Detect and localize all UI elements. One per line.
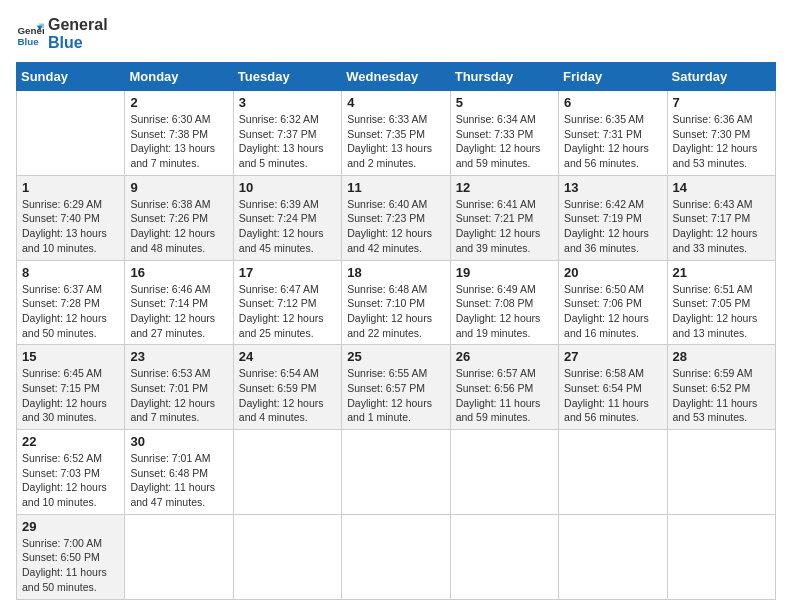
calendar-cell: 7Sunrise: 6:36 AMSunset: 7:30 PMDaylight… [667,91,775,176]
calendar-cell: 2Sunrise: 6:30 AMSunset: 7:38 PMDaylight… [125,91,233,176]
day-number: 17 [239,265,336,280]
calendar-cell: 25Sunrise: 6:55 AMSunset: 6:57 PMDayligh… [342,345,450,430]
calendar-cell [559,430,667,515]
calendar-cell [450,514,558,599]
calendar-cell: 13Sunrise: 6:42 AMSunset: 7:19 PMDayligh… [559,175,667,260]
day-info: Sunrise: 6:52 AMSunset: 7:03 PMDaylight:… [22,451,119,510]
day-info: Sunrise: 6:47 AMSunset: 7:12 PMDaylight:… [239,282,336,341]
day-number: 23 [130,349,227,364]
calendar-cell: 12Sunrise: 6:41 AMSunset: 7:21 PMDayligh… [450,175,558,260]
calendar-cell: 17Sunrise: 6:47 AMSunset: 7:12 PMDayligh… [233,260,341,345]
calendar-cell: 1Sunrise: 6:29 AMSunset: 7:40 PMDaylight… [17,175,125,260]
calendar-cell: 4Sunrise: 6:33 AMSunset: 7:35 PMDaylight… [342,91,450,176]
calendar-cell [559,514,667,599]
day-info: Sunrise: 6:33 AMSunset: 7:35 PMDaylight:… [347,112,444,171]
calendar-cell: 11Sunrise: 6:40 AMSunset: 7:23 PMDayligh… [342,175,450,260]
calendar-cell [233,514,341,599]
calendar-week-row: 15Sunrise: 6:45 AMSunset: 7:15 PMDayligh… [17,345,776,430]
day-info: Sunrise: 6:32 AMSunset: 7:37 PMDaylight:… [239,112,336,171]
page-header: General Blue General Blue [16,16,776,52]
day-info: Sunrise: 6:34 AMSunset: 7:33 PMDaylight:… [456,112,553,171]
day-number: 21 [673,265,770,280]
calendar-cell: 5Sunrise: 6:34 AMSunset: 7:33 PMDaylight… [450,91,558,176]
calendar-cell [450,430,558,515]
day-number: 15 [22,349,119,364]
calendar-header-row: SundayMondayTuesdayWednesdayThursdayFrid… [17,63,776,91]
calendar-cell [342,514,450,599]
day-info: Sunrise: 6:46 AMSunset: 7:14 PMDaylight:… [130,282,227,341]
day-number: 16 [130,265,227,280]
calendar-cell: 6Sunrise: 6:35 AMSunset: 7:31 PMDaylight… [559,91,667,176]
calendar-cell: 15Sunrise: 6:45 AMSunset: 7:15 PMDayligh… [17,345,125,430]
day-info: Sunrise: 6:49 AMSunset: 7:08 PMDaylight:… [456,282,553,341]
day-info: Sunrise: 6:48 AMSunset: 7:10 PMDaylight:… [347,282,444,341]
day-info: Sunrise: 6:43 AMSunset: 7:17 PMDaylight:… [673,197,770,256]
day-number: 19 [456,265,553,280]
day-number: 22 [22,434,119,449]
day-number: 26 [456,349,553,364]
day-number: 20 [564,265,661,280]
day-number: 2 [130,95,227,110]
logo-text-general: General [48,16,108,34]
day-info: Sunrise: 6:39 AMSunset: 7:24 PMDaylight:… [239,197,336,256]
day-info: Sunrise: 6:45 AMSunset: 7:15 PMDaylight:… [22,366,119,425]
calendar-cell: 24Sunrise: 6:54 AMSunset: 6:59 PMDayligh… [233,345,341,430]
calendar-cell: 14Sunrise: 6:43 AMSunset: 7:17 PMDayligh… [667,175,775,260]
day-number: 28 [673,349,770,364]
calendar-cell: 19Sunrise: 6:49 AMSunset: 7:08 PMDayligh… [450,260,558,345]
day-info: Sunrise: 6:37 AMSunset: 7:28 PMDaylight:… [22,282,119,341]
logo-icon: General Blue [16,20,44,48]
day-info: Sunrise: 6:40 AMSunset: 7:23 PMDaylight:… [347,197,444,256]
calendar-week-row: 2Sunrise: 6:30 AMSunset: 7:38 PMDaylight… [17,91,776,176]
calendar-cell [125,514,233,599]
day-number: 1 [22,180,119,195]
day-info: Sunrise: 6:42 AMSunset: 7:19 PMDaylight:… [564,197,661,256]
day-number: 6 [564,95,661,110]
day-number: 29 [22,519,119,534]
calendar-cell [667,430,775,515]
calendar-cell: 23Sunrise: 6:53 AMSunset: 7:01 PMDayligh… [125,345,233,430]
calendar-cell [342,430,450,515]
day-info: Sunrise: 7:01 AMSunset: 6:48 PMDaylight:… [130,451,227,510]
day-number: 18 [347,265,444,280]
day-info: Sunrise: 6:58 AMSunset: 6:54 PMDaylight:… [564,366,661,425]
calendar-cell: 28Sunrise: 6:59 AMSunset: 6:52 PMDayligh… [667,345,775,430]
day-info: Sunrise: 6:53 AMSunset: 7:01 PMDaylight:… [130,366,227,425]
day-info: Sunrise: 6:55 AMSunset: 6:57 PMDaylight:… [347,366,444,425]
calendar-cell: 8Sunrise: 6:37 AMSunset: 7:28 PMDaylight… [17,260,125,345]
day-number: 27 [564,349,661,364]
calendar-cell: 10Sunrise: 6:39 AMSunset: 7:24 PMDayligh… [233,175,341,260]
day-number: 10 [239,180,336,195]
header-wednesday: Wednesday [342,63,450,91]
day-info: Sunrise: 6:41 AMSunset: 7:21 PMDaylight:… [456,197,553,256]
day-number: 12 [456,180,553,195]
day-info: Sunrise: 6:38 AMSunset: 7:26 PMDaylight:… [130,197,227,256]
day-info: Sunrise: 6:35 AMSunset: 7:31 PMDaylight:… [564,112,661,171]
calendar-cell: 3Sunrise: 6:32 AMSunset: 7:37 PMDaylight… [233,91,341,176]
day-info: Sunrise: 6:29 AMSunset: 7:40 PMDaylight:… [22,197,119,256]
calendar-cell: 9Sunrise: 6:38 AMSunset: 7:26 PMDaylight… [125,175,233,260]
day-number: 13 [564,180,661,195]
day-info: Sunrise: 7:00 AMSunset: 6:50 PMDaylight:… [22,536,119,595]
day-info: Sunrise: 6:51 AMSunset: 7:05 PMDaylight:… [673,282,770,341]
day-number: 4 [347,95,444,110]
header-thursday: Thursday [450,63,558,91]
calendar-cell: 20Sunrise: 6:50 AMSunset: 7:06 PMDayligh… [559,260,667,345]
header-friday: Friday [559,63,667,91]
calendar-cell [17,91,125,176]
day-number: 24 [239,349,336,364]
calendar-cell [667,514,775,599]
day-number: 5 [456,95,553,110]
calendar-cell: 16Sunrise: 6:46 AMSunset: 7:14 PMDayligh… [125,260,233,345]
calendar-table: SundayMondayTuesdayWednesdayThursdayFrid… [16,62,776,600]
calendar-cell: 27Sunrise: 6:58 AMSunset: 6:54 PMDayligh… [559,345,667,430]
calendar-cell: 21Sunrise: 6:51 AMSunset: 7:05 PMDayligh… [667,260,775,345]
calendar-cell [233,430,341,515]
calendar-cell: 26Sunrise: 6:57 AMSunset: 6:56 PMDayligh… [450,345,558,430]
day-info: Sunrise: 6:59 AMSunset: 6:52 PMDaylight:… [673,366,770,425]
calendar-cell: 22Sunrise: 6:52 AMSunset: 7:03 PMDayligh… [17,430,125,515]
calendar-week-row: 8Sunrise: 6:37 AMSunset: 7:28 PMDaylight… [17,260,776,345]
calendar-cell: 18Sunrise: 6:48 AMSunset: 7:10 PMDayligh… [342,260,450,345]
calendar-week-row: 29Sunrise: 7:00 AMSunset: 6:50 PMDayligh… [17,514,776,599]
day-info: Sunrise: 6:54 AMSunset: 6:59 PMDaylight:… [239,366,336,425]
